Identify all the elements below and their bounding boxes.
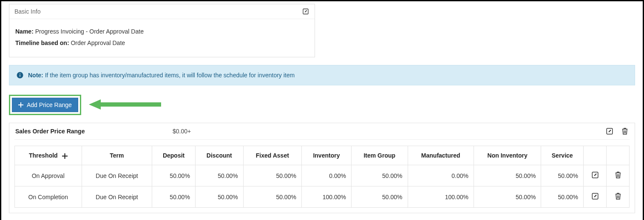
cell-delete [607,165,630,186]
basic-info-panel: Basic Info Name: Progress Invoicing - Or… [9,4,315,57]
page: Basic Info Name: Progress Invoicing - Or… [0,0,644,220]
th-deposit: Deposit [152,146,196,165]
price-range-title: Sales Order Price Range [15,128,173,135]
plus-icon [62,153,68,159]
note-banner: Note: If the item group has inventory/ma… [9,65,635,85]
cell-threshold: On Approval [15,165,82,186]
trash-icon [621,127,628,135]
delete-row-button[interactable] [614,192,622,200]
th-delete [607,146,630,165]
th-inventory: Inventory [301,146,351,165]
edit-icon [606,127,613,135]
th-non-inventory: Non Inventory [474,146,541,165]
plus-icon [18,102,23,107]
cell-edit [584,165,607,186]
threshold-table: Threshold Term Deposit Discount Fixed As… [14,146,630,208]
cell-item-group: 50.00% [351,165,408,186]
price-range-section: Sales Order Price Range $0.00+ [9,123,635,213]
name-label: Name: [15,28,34,35]
info-icon [16,71,24,79]
th-edit [584,146,607,165]
basic-info-name-row: Name: Progress Invoicing - Order Approva… [15,26,309,37]
svg-rect-5 [18,104,23,105]
table-header-row: Threshold Term Deposit Discount Fixed As… [15,146,630,165]
trash-icon [615,192,621,200]
svg-rect-2 [20,75,20,77]
delete-price-range-button[interactable] [621,127,629,135]
edit-row-button[interactable] [591,171,599,179]
annotation-arrow [89,99,161,110]
edit-row-button[interactable] [591,192,599,200]
cell-term: Due On Receipt [82,186,152,208]
th-threshold: Threshold [15,146,82,165]
cell-term: Due On Receipt [82,165,152,186]
th-item-group: Item Group [351,146,408,165]
add-threshold-button[interactable] [62,153,68,159]
th-discount: Discount [195,146,243,165]
note-text: If the item group has inventory/manufact… [45,72,295,79]
cell-service: 50.00% [541,186,584,208]
cell-fixed-asset: 50.00% [243,186,301,208]
table-row: On Approval Due On Receipt 50.00% 50.00%… [15,165,630,186]
cell-manufactured: 100.00% [408,186,474,208]
cell-deposit: 50.00% [152,165,196,186]
cell-edit [584,186,607,208]
th-manufactured: Manufactured [408,146,474,165]
cell-item-group: 50.00% [351,186,408,208]
cell-threshold: On Completion [15,186,82,208]
add-price-range-button[interactable]: Add Price Range [12,98,78,112]
th-term: Term [82,146,152,165]
cell-service: 50.00% [541,165,584,186]
cell-fixed-asset: 50.00% [243,165,301,186]
th-service: Service [541,146,584,165]
edit-icon [591,192,599,200]
price-range-header: Sales Order Price Range $0.00+ [14,123,630,140]
price-range-actions [606,127,629,135]
edit-icon [302,8,309,15]
svg-marker-6 [89,99,161,110]
note-label: Note: [28,72,43,79]
cell-discount: 50.00% [195,165,243,186]
note-text-wrap: Note: If the item group has inventory/ma… [28,72,295,79]
add-price-range-highlight: Add Price Range [9,95,81,115]
cell-inventory: 0.00% [301,165,351,186]
cell-discount: 50.00% [195,186,243,208]
cell-inventory: 100.00% [301,186,351,208]
edit-price-range-button[interactable] [606,127,613,135]
price-range-price: $0.00+ [173,128,191,135]
basic-info-title: Basic Info [14,8,40,15]
name-value: Progress Invoicing - Order Approval Date [35,28,144,35]
cell-deposit: 50.00% [152,186,196,208]
cell-manufactured: 0.00% [408,165,474,186]
svg-rect-9 [62,155,68,156]
svg-rect-3 [20,73,20,74]
basic-info-timeline-row: Timeline based on: Order Approval Date [15,37,309,49]
edit-icon [591,171,599,179]
cell-non-inventory: 50.00% [474,186,541,208]
edit-basic-info-button[interactable] [302,8,309,15]
basic-info-body: Name: Progress Invoicing - Order Approva… [9,19,315,57]
table-row: On Completion Due On Receipt 50.00% 50.0… [15,186,630,208]
timeline-label: Timeline based on: [15,39,69,46]
timeline-value: Order Approval Date [71,39,125,46]
delete-row-button[interactable] [614,171,622,179]
cell-non-inventory: 50.00% [474,165,541,186]
th-fixed-asset: Fixed Asset [243,146,301,165]
cell-delete [607,186,630,208]
basic-info-header: Basic Info [9,4,315,19]
trash-icon [615,171,621,179]
th-threshold-label: Threshold [29,152,58,159]
add-price-range-label: Add Price Range [27,102,72,108]
